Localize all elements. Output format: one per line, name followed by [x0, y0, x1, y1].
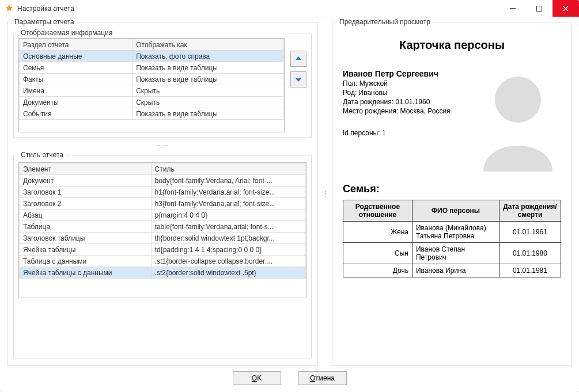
- table-row[interactable]: Заголовок таблицыth{border:solid windowt…: [20, 233, 306, 244]
- table-row: ДочьИванова Ирина01.01.1981: [343, 264, 561, 277]
- preview-fieldset: Предварительный просмотр Карточка персон…: [332, 22, 572, 366]
- table-row[interactable]: Документbody{font-family:Verdana, Arial;…: [20, 175, 306, 187]
- table-row[interactable]: Ячейка таблицы с данными.st2{border:soli…: [20, 267, 306, 279]
- params-fieldset: Параметры отчета Отображаемая информация…: [7, 22, 318, 366]
- maximize-button[interactable]: [526, 0, 552, 17]
- move-down-button[interactable]: [290, 71, 306, 87]
- table-row[interactable]: Основные данныеПоказать, фото справа: [20, 51, 284, 62]
- person-name: Иванов Петр Сергеевич: [343, 69, 466, 78]
- titlebar[interactable]: Настройка отчета: [0, 0, 579, 17]
- table-row[interactable]: Таблицаtable{font-family:Verdana,arial; …: [20, 221, 306, 233]
- style-fieldset: Стиль отчета ЭлементСтильДокументbody{fo…: [13, 155, 312, 359]
- display-info-title: Отображаемая информация: [18, 29, 115, 37]
- table-row[interactable]: ФактыПоказать в виде таблицы: [20, 74, 284, 85]
- family-heading: Семья:: [343, 183, 561, 195]
- table-row[interactable]: СемьяПоказать в виде таблицы: [20, 62, 284, 74]
- arrow-down-icon: [295, 76, 302, 83]
- table-row[interactable]: ИменаСкрыть: [20, 85, 284, 97]
- table-header[interactable]: Отображать как: [133, 39, 284, 51]
- ok-button[interactable]: OK: [233, 371, 281, 385]
- table-row[interactable]: Заголовок 1h1{font-family:Verdana,arial;…: [20, 187, 306, 198]
- table-row[interactable]: Таблица с данными.st1{border-collapse:co…: [20, 256, 306, 267]
- table-row: ЖенаИванова (Михайлова) Татьяна Петровна…: [343, 222, 561, 243]
- close-button[interactable]: [552, 0, 579, 17]
- window-title: Настройка отчета: [17, 5, 499, 13]
- table-row[interactable]: Заголовок 2h3{font-family:Verdana,arial;…: [20, 198, 306, 210]
- table-row: СынИванов Степан Петрович01.01.1980: [343, 243, 561, 264]
- table-row[interactable]: Абзацp{margin:4 0 4 0}: [20, 210, 306, 221]
- style-table[interactable]: ЭлементСтильДокументbody{font-family:Ver…: [18, 162, 306, 298]
- family-table: Родственное отношениеФИО персоныДата рож…: [343, 200, 561, 277]
- svg-rect-0: [510, 8, 516, 9]
- avatar-placeholder-icon: [475, 68, 561, 172]
- table-header[interactable]: Раздел отчета: [20, 39, 133, 51]
- params-title: Параметры отчета: [12, 18, 77, 26]
- vertical-splitter[interactable]: ⋮: [323, 22, 327, 366]
- table-row[interactable]: ДокументыСкрыть: [20, 97, 284, 108]
- report-settings-window: Настройка отчета Параметры отчета Отобра…: [0, 0, 579, 392]
- move-up-button[interactable]: [290, 51, 306, 67]
- app-icon: [5, 4, 14, 13]
- preview-pane[interactable]: Карточка персоны Иванов Петр Сергеевич П…: [338, 32, 566, 359]
- table-row[interactable]: СобытияПоказать в виде таблицы: [20, 108, 284, 120]
- svg-point-2: [495, 77, 541, 123]
- table-row[interactable]: Ячейка таблицыtd{padding:1 4 1 4;spacing…: [20, 244, 306, 256]
- preview-heading: Карточка персоны: [343, 39, 561, 52]
- table-header[interactable]: Стиль: [151, 163, 305, 175]
- svg-rect-1: [537, 6, 542, 11]
- preview-title: Предварительный просмотр: [337, 18, 433, 26]
- arrow-up-icon: [295, 55, 302, 62]
- display-table[interactable]: Раздел отчетаОтображать какОсновные данн…: [18, 38, 285, 132]
- minimize-button[interactable]: [499, 0, 526, 17]
- cancel-button[interactable]: Отмена: [298, 371, 347, 385]
- display-info-fieldset: Отображаемая информация Раздел отчетаОто…: [13, 33, 312, 138]
- table-header[interactable]: Элемент: [20, 163, 152, 175]
- style-title: Стиль отчета: [18, 151, 66, 159]
- horizontal-splitter[interactable]: .....: [13, 140, 312, 148]
